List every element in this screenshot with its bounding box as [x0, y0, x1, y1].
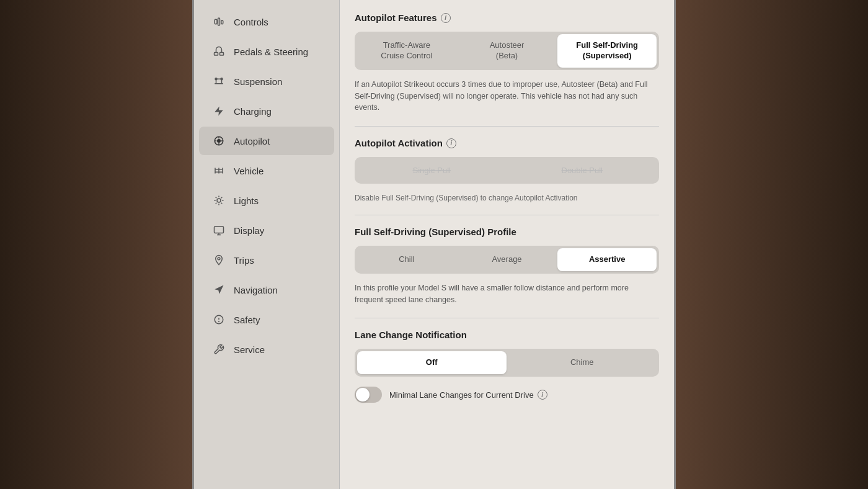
sidebar-item-vehicle[interactable]: Vehicle: [199, 156, 334, 185]
minimal-lane-info-icon[interactable]: i: [538, 390, 547, 400]
pedals-icon: [211, 46, 226, 57]
vehicle-icon: [211, 165, 226, 176]
minimal-lane-row: Minimal Lane Changes for Current Drive i: [355, 387, 659, 403]
svg-line-24: [216, 197, 217, 199]
main-content: Autopilot Features i Traffic-AwareCruise…: [340, 0, 674, 489]
svg-point-19: [217, 199, 221, 202]
safety-label: Safety: [234, 315, 260, 325]
svg-point-5: [215, 78, 217, 80]
sidebar-item-charging[interactable]: Charging: [199, 97, 334, 125]
divider-1: [355, 126, 659, 127]
safety-icon: [211, 314, 226, 325]
lights-label: Lights: [234, 195, 259, 206]
profile-desc: In this profile your Model S will have a…: [355, 282, 659, 306]
suspension-label: Suspension: [234, 76, 282, 87]
sidebar-item-pedals[interactable]: Pedals & Steering: [199, 37, 334, 66]
bg-right-panel: [676, 0, 868, 489]
sidebar-item-trips[interactable]: Trips: [199, 246, 334, 274]
navigation-label: Navigation: [234, 285, 278, 295]
lane-change-seg-control: Off Chime: [355, 349, 659, 377]
autopilot-features-title: Autopilot Features: [355, 12, 437, 23]
service-icon: [211, 344, 226, 355]
lane-change-chime-btn[interactable]: Chime: [508, 351, 657, 374]
tab-fsd[interactable]: Full Self-Driving(Supervised): [557, 34, 657, 68]
charging-icon: [211, 105, 226, 117]
sidebar-item-display[interactable]: Display: [199, 216, 334, 244]
charging-label: Charging: [234, 106, 272, 117]
svg-point-6: [221, 78, 223, 80]
tab-assertive[interactable]: Assertive: [557, 248, 657, 271]
vehicle-label: Vehicle: [234, 166, 264, 176]
strikeout-notice: If an Autopilot Strikeout occurs 3 times…: [355, 79, 659, 114]
svg-rect-2: [221, 20, 223, 24]
svg-marker-32: [215, 285, 223, 294]
svg-marker-7: [215, 107, 223, 116]
trips-icon: [211, 254, 226, 266]
display-icon: [211, 225, 226, 236]
controls-icon: [211, 16, 226, 27]
service-label: Service: [234, 344, 265, 355]
sidebar-item-controls[interactable]: Controls: [199, 7, 334, 36]
svg-rect-4: [220, 53, 224, 56]
bg-left-panel: [0, 0, 192, 489]
svg-point-9: [218, 140, 221, 143]
trips-label: Trips: [234, 255, 254, 266]
lights-icon: [211, 195, 226, 206]
lane-change-off-btn[interactable]: Off: [357, 351, 507, 374]
autopilot-features-section: Autopilot Features i: [355, 12, 659, 23]
controls-label: Controls: [234, 17, 268, 27]
navigation-icon: [211, 284, 226, 295]
svg-rect-0: [215, 19, 217, 24]
activation-info-icon[interactable]: i: [446, 138, 456, 148]
sidebar-item-suspension[interactable]: Suspension: [199, 67, 334, 96]
tab-tacc[interactable]: Traffic-AwareCruise Control: [357, 34, 456, 68]
double-pull-btn[interactable]: Double Pull: [508, 159, 657, 181]
minimal-lane-label: Minimal Lane Changes for Current Drive i: [389, 390, 547, 400]
activation-section: Autopilot Activation i: [355, 138, 659, 148]
divider-2: [355, 215, 659, 215]
sidebar: Controls Pedals & Steering Suspension Ch…: [194, 0, 340, 489]
pedals-label: Pedals & Steering: [234, 47, 308, 57]
autopilot-icon: [211, 135, 226, 146]
svg-point-31: [218, 258, 220, 260]
sidebar-item-service[interactable]: Service: [199, 335, 334, 364]
display-label: Display: [234, 225, 264, 236]
toggle-knob: [356, 388, 370, 402]
divider-3: [355, 318, 659, 318]
svg-line-25: [221, 203, 223, 204]
lane-change-title: Lane Change Notification: [355, 330, 467, 340]
profile-tab-group: Chill Average Assertive: [355, 246, 659, 274]
sidebar-item-lights[interactable]: Lights: [199, 186, 334, 215]
fsd-profile-title: Full Self-Driving (Supervised) Profile: [355, 227, 516, 237]
activation-title: Autopilot Activation: [355, 138, 443, 148]
suspension-icon: [211, 76, 226, 87]
fsd-profile-section: Full Self-Driving (Supervised) Profile: [355, 227, 659, 237]
activation-note: Disable Full Self-Driving (Supervised) t…: [355, 192, 659, 204]
sidebar-item-autopilot[interactable]: Autopilot: [199, 127, 334, 155]
features-tab-group: Traffic-AwareCruise Control Autosteer(Be…: [355, 32, 659, 70]
tab-chill[interactable]: Chill: [357, 248, 456, 271]
svg-point-35: [219, 321, 219, 322]
sidebar-item-navigation[interactable]: Navigation: [199, 276, 334, 304]
sidebar-item-safety[interactable]: Safety: [199, 305, 334, 334]
svg-rect-28: [215, 227, 224, 233]
minimal-lane-toggle[interactable]: [355, 387, 382, 403]
svg-line-27: [221, 197, 223, 199]
autopilot-label: Autopilot: [234, 136, 270, 146]
svg-rect-3: [215, 53, 218, 56]
tab-average[interactable]: Average: [458, 248, 557, 271]
svg-line-26: [216, 203, 217, 204]
activation-seg-control: Single Pull Double Pull: [355, 157, 659, 184]
autopilot-features-info-icon[interactable]: i: [441, 13, 451, 23]
tab-autosteer[interactable]: Autosteer(Beta): [458, 34, 557, 68]
tablet-screen: Controls Pedals & Steering Suspension Ch…: [192, 0, 676, 489]
lane-change-section: Lane Change Notification: [355, 330, 659, 340]
single-pull-btn[interactable]: Single Pull: [357, 159, 507, 181]
svg-rect-1: [218, 18, 220, 25]
